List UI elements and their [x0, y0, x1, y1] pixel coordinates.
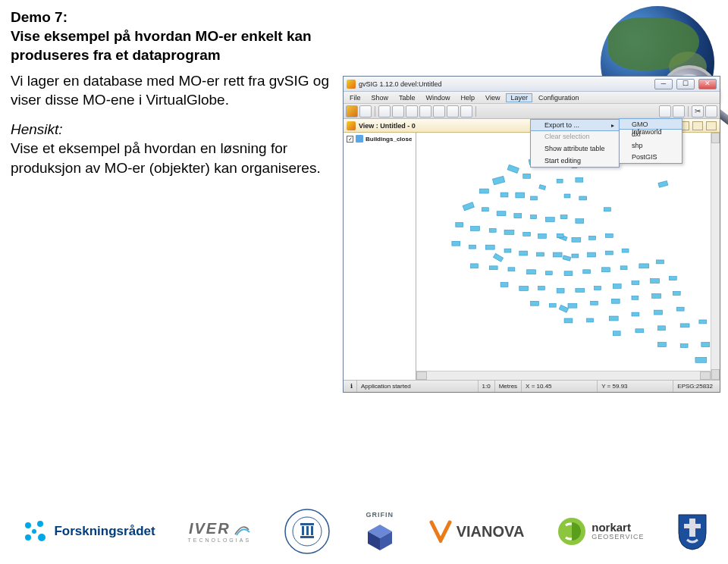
- svg-rect-52: [471, 264, 479, 268]
- toolbar-btn-7[interactable]: [433, 105, 445, 118]
- svg-rect-78: [632, 296, 639, 299]
- vertical-scrollbar[interactable]: [711, 133, 720, 380]
- toolbar-btn-right-3[interactable]: ✂: [692, 105, 704, 118]
- menu-file[interactable]: File: [345, 94, 366, 102]
- window-titlebar: gvSIG 1.12.0 devel:Untitled ─ ☐ ✕: [344, 77, 720, 92]
- svg-rect-46: [553, 252, 562, 257]
- menubar[interactable]: File Show Table Window Help View Layer C…: [344, 92, 720, 104]
- toolbar-btn-9[interactable]: [460, 105, 472, 118]
- toolbar-btn-3[interactable]: [378, 105, 391, 118]
- svg-rect-62: [657, 260, 664, 264]
- map-canvas[interactable]: [416, 133, 720, 380]
- svg-rect-68: [595, 287, 601, 290]
- svg-rect-76: [591, 301, 598, 305]
- layer-label: Buildings_close: [366, 136, 412, 143]
- menu-item-show-attribute-table[interactable]: Show attribute table: [531, 143, 619, 155]
- toolbar-btn-right-2[interactable]: [673, 105, 685, 118]
- slide-title-part2: Vise eksempel på hvordan MO-er enkelt ka…: [11, 28, 312, 63]
- svg-rect-86: [676, 307, 684, 311]
- logo-aalborg: [284, 508, 331, 555]
- toolbar: ✂: [344, 104, 720, 119]
- menu-show[interactable]: Show: [367, 94, 394, 102]
- toolbar-btn-1[interactable]: [346, 105, 358, 118]
- content-area: ✓ Buildings_close: [344, 133, 720, 380]
- submenu-item-postgis[interactable]: PostGIS: [620, 152, 682, 163]
- svg-rect-38: [605, 233, 613, 237]
- toolbar-separator: [475, 106, 476, 117]
- layer-tree-item[interactable]: ✓ Buildings_close: [345, 134, 414, 143]
- menu-view[interactable]: View: [481, 94, 504, 102]
- toolbar-btn-2[interactable]: [359, 105, 372, 118]
- logo-label: norkart: [592, 522, 644, 533]
- toolbar-btn-right-4[interactable]: [705, 105, 717, 118]
- vianova-icon: [429, 520, 452, 543]
- minimize-button[interactable]: ─: [654, 79, 673, 89]
- logo-forskningsradet: Forskningsrådet: [19, 516, 155, 547]
- footer-logos: Forskningsrådet IVER TECNOLOGIAS: [0, 499, 728, 564]
- status-scale: 1:0: [479, 381, 495, 392]
- view-close-button[interactable]: [706, 121, 717, 130]
- svg-rect-56: [545, 271, 552, 275]
- gvsig-window: gvSIG 1.12.0 devel:Untitled ─ ☐ ✕ File S…: [343, 76, 720, 393]
- view-max-button[interactable]: [692, 121, 703, 130]
- toolbar-btn-8[interactable]: [447, 105, 459, 118]
- status-bar: ℹ Application started 1:0 Metres X = 10.…: [344, 380, 720, 392]
- toolbar-btn-6[interactable]: [419, 105, 431, 118]
- svg-rect-54: [508, 268, 515, 271]
- layer-icon: [356, 135, 363, 143]
- svg-rect-49: [605, 251, 613, 255]
- svg-rect-90: [680, 324, 689, 327]
- svg-rect-26: [576, 219, 584, 224]
- logo-sublabel: TECNOLOGIAS: [188, 537, 252, 543]
- svg-rect-84: [632, 312, 639, 316]
- logo-label: IVER: [189, 520, 231, 537]
- menu-item-label: Export to ...: [544, 121, 579, 129]
- norkart-icon: [557, 516, 587, 547]
- toolbar-btn-5[interactable]: [406, 105, 418, 118]
- menu-item-start-editing[interactable]: Start editing: [531, 155, 619, 167]
- svg-point-98: [25, 534, 31, 540]
- menu-item-label: Show attribute table: [544, 145, 605, 152]
- svg-rect-9: [576, 177, 583, 182]
- toolbar-btn-right-1[interactable]: [659, 105, 671, 118]
- layer-tree-sidebar[interactable]: ✓ Buildings_close: [344, 133, 416, 380]
- menu-configuration[interactable]: Configuration: [534, 94, 584, 102]
- svg-point-99: [38, 534, 46, 541]
- svg-rect-19: [463, 202, 474, 211]
- close-button[interactable]: ✕: [698, 79, 717, 89]
- svg-rect-79: [652, 293, 661, 298]
- menu-window[interactable]: Window: [422, 94, 455, 102]
- svg-point-100: [32, 529, 36, 534]
- menu-item-label: Start editing: [544, 157, 581, 164]
- app-icon: [347, 80, 356, 89]
- submenu-item-gmo-infraworld[interactable]: GMO Infraworld: [619, 118, 682, 130]
- menu-item-export[interactable]: Export to ...: [530, 119, 620, 131]
- svg-rect-72: [669, 277, 676, 280]
- swoosh-icon: [234, 521, 250, 537]
- logo-drammen: [676, 512, 708, 550]
- toolbar-btn-4[interactable]: [392, 105, 404, 118]
- layer-checkbox[interactable]: ✓: [347, 136, 353, 143]
- submenu-arrow-icon: [611, 121, 614, 129]
- svg-rect-88: [635, 329, 644, 333]
- menu-layer[interactable]: Layer: [506, 93, 532, 102]
- svg-rect-63: [500, 283, 508, 287]
- layer-dropdown-menu: Export to ... Clear selection Show attri…: [530, 119, 620, 168]
- horizontal-scrollbar[interactable]: [416, 371, 711, 380]
- menu-table[interactable]: Table: [394, 94, 420, 102]
- svg-rect-31: [489, 228, 496, 232]
- slide-text-block: Demo 7: Vise eksempel på hvordan MO-er e…: [11, 8, 337, 188]
- submenu-item-shp[interactable]: shp: [620, 140, 682, 152]
- svg-rect-89: [658, 326, 666, 331]
- svg-rect-71: [651, 279, 660, 284]
- maximize-button[interactable]: ☐: [676, 79, 695, 89]
- menu-help[interactable]: Help: [457, 94, 480, 102]
- slide-title: Demo 7: Vise eksempel på hvordan MO-er e…: [11, 8, 337, 64]
- svg-rect-14: [516, 193, 525, 198]
- svg-rect-83: [609, 316, 618, 321]
- slide-title-part1: Demo 7:: [11, 9, 67, 25]
- svg-rect-48: [588, 252, 596, 257]
- svg-rect-80: [673, 291, 680, 295]
- svg-rect-74: [549, 303, 556, 307]
- shield-icon: [676, 512, 708, 550]
